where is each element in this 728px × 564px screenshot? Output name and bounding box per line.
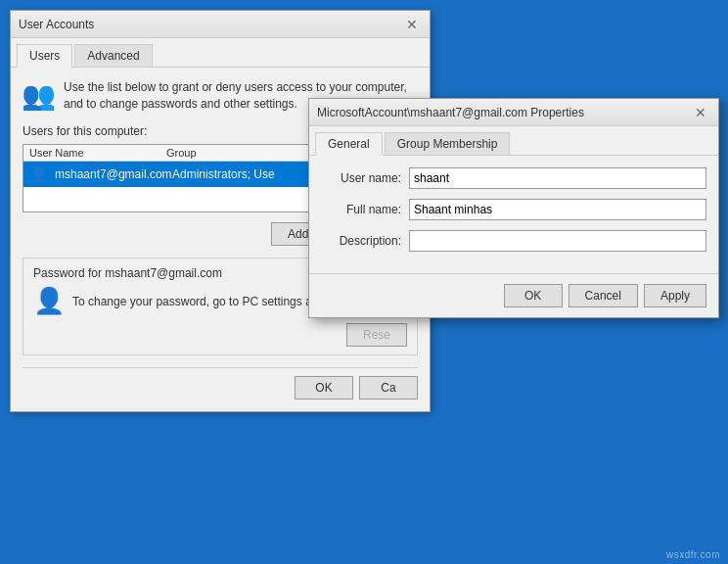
watermark: wsxdfr.com [666,549,720,560]
col-username-header: User Name [29,147,166,159]
user-accounts-close-button[interactable]: ✕ [402,15,422,34]
properties-tabs: General Group Membership [309,126,718,156]
username-input[interactable] [409,167,706,189]
description-input[interactable] [409,230,706,252]
avatar: 👤 [29,164,49,184]
user-accounts-tabs: Users Advanced [11,38,430,68]
reset-btn-row: Rese [33,323,407,347]
dialog-cancel-button[interactable]: Cancel [569,284,638,307]
fullname-input[interactable] [409,199,706,220]
reset-button[interactable]: Rese [346,323,407,347]
properties-dialog: MicrosoftAccount\mshaant7@gmail.com Prop… [308,98,719,318]
username-cell: mshaant7@gmail.com [55,167,172,181]
properties-content: User name: Full name: Description: [309,156,718,273]
dialog-ok-button[interactable]: OK [504,284,563,307]
tab-users[interactable]: Users [17,44,72,68]
username-row: User name: [321,167,706,189]
ok-button[interactable]: OK [295,376,353,400]
properties-titlebar: MicrosoftAccount\mshaant7@gmail.com Prop… [309,99,718,126]
dialog-apply-button[interactable]: Apply [644,284,706,307]
fullname-label: Full name: [321,203,409,216]
users-icon: 👥 [23,79,54,111]
description-label: Description: [321,234,409,248]
properties-title: MicrosoftAccount\mshaant7@gmail.com Prop… [317,106,584,119]
password-avatar-icon: 👤 [33,286,65,317]
user-accounts-titlebar: User Accounts ✕ [11,11,430,38]
group-cell: Administrators; Use [172,167,275,181]
user-accounts-title: User Accounts [19,18,94,31]
properties-close-button[interactable]: ✕ [691,103,710,122]
cancel-button[interactable]: Ca [359,376,418,400]
description-row: Description: [321,230,706,252]
bottom-buttons: OK Ca [23,367,418,400]
dialog-bottom-buttons: OK Cancel Apply [309,273,718,317]
username-label: User name: [321,171,409,185]
tab-group-membership[interactable]: Group Membership [385,132,511,155]
tab-advanced[interactable]: Advanced [74,44,152,67]
tab-general[interactable]: General [315,132,383,156]
fullname-row: Full name: [321,199,706,220]
